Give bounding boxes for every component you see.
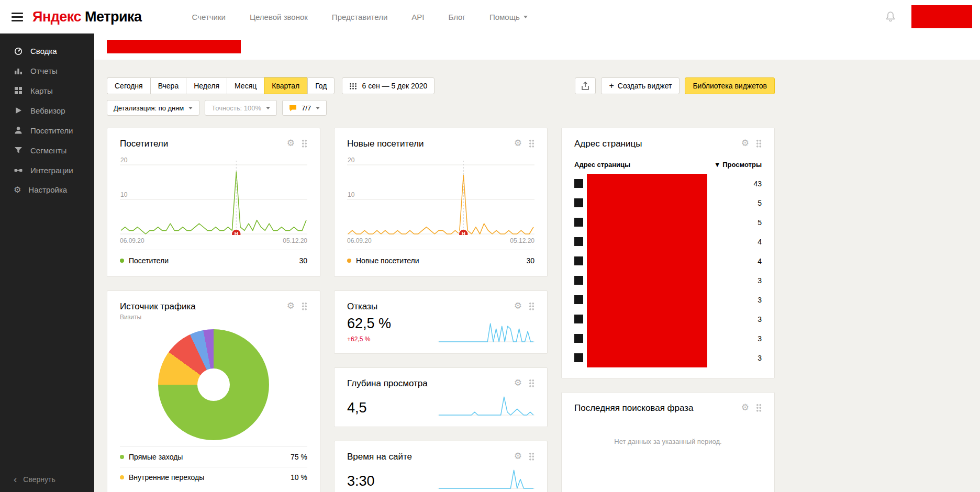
export-button[interactable] — [575, 77, 596, 94]
url-redacted[interactable] — [587, 309, 707, 329]
site-favicon — [574, 179, 583, 188]
account-block-redacted[interactable] — [911, 5, 972, 28]
widgets-column-1: Посетители ⚙ 1020Н 06.09.20 05.12.20 — [107, 128, 320, 492]
nav-blog[interactable]: Блог — [449, 13, 465, 21]
counter-title-redacted — [107, 40, 241, 53]
drag-handle-icon[interactable] — [529, 379, 534, 387]
legend-dot — [120, 455, 124, 459]
table-row: 3 — [574, 348, 762, 367]
drag-handle-icon[interactable] — [302, 302, 307, 310]
widget-title: Последняя поисковая фраза — [574, 403, 694, 413]
widget-bounces: Отказы ⚙ 62,5 % +62,5 % — [334, 290, 548, 354]
period-week-button[interactable]: Неделя — [186, 77, 227, 94]
sidebar-collapse-button[interactable]: ‹ Свернуть — [0, 475, 94, 484]
period-segmented-control: Сегодня Вчера Неделя Месяц Квартал Год — [107, 77, 335, 94]
column-header-url[interactable]: Адрес страницы — [574, 161, 630, 169]
widget-title: Глубина просмотра — [347, 378, 428, 389]
views-value: 5 — [758, 218, 762, 227]
legend-value: 75 % — [291, 453, 307, 461]
url-redacted[interactable] — [587, 348, 707, 367]
x-axis-start-label: 06.09.20 — [347, 237, 372, 244]
sidebar-item-integrations[interactable]: Интеграции — [0, 160, 94, 180]
gear-icon[interactable]: ⚙ — [514, 378, 522, 387]
period-yesterday-button[interactable]: Вчера — [150, 77, 186, 94]
create-widget-button[interactable]: + Создать виджет — [601, 77, 680, 94]
widget-library-button[interactable]: Библиотека виджетов — [685, 77, 775, 94]
toolbar-actions: + Создать виджет Библиотека виджетов — [575, 77, 775, 94]
sidebar-item-webvisor[interactable]: Вебвизор — [0, 100, 94, 120]
url-redacted[interactable] — [587, 213, 707, 232]
logo[interactable]: Яндекс Метрика — [32, 9, 142, 25]
widget-title: Отказы — [347, 301, 377, 312]
period-month-button[interactable]: Месяц — [227, 77, 264, 94]
gear-icon[interactable]: ⚙ — [741, 403, 749, 412]
nav-representatives[interactable]: Представители — [332, 13, 387, 21]
export-icon — [581, 82, 589, 91]
table-row: 43 — [574, 174, 762, 193]
drag-handle-icon[interactable] — [529, 302, 534, 310]
nav-target-call[interactable]: Целевой звонок — [250, 13, 308, 21]
site-favicon — [574, 353, 583, 362]
pie-legend-row: Прямые заходы 75 % — [120, 446, 307, 467]
column-header-views-sorted-desc[interactable]: ▼ Просмотры — [714, 161, 762, 169]
period-today-button[interactable]: Сегодня — [107, 77, 150, 94]
chevron-down-icon — [188, 107, 193, 109]
sidebar-item-segments[interactable]: Сегменты — [0, 140, 94, 160]
widget-title: Новые посетители — [347, 139, 424, 149]
url-redacted[interactable] — [587, 251, 707, 271]
logo-yandex: Яндекс — [32, 9, 81, 25]
bar-chart-icon — [14, 66, 23, 75]
new-visitors-line-chart: 1020Н — [347, 156, 534, 235]
drag-handle-icon[interactable] — [529, 139, 534, 148]
gear-icon[interactable]: ⚙ — [514, 452, 522, 461]
widgets-column-3: Адрес страницы ⚙ Адрес страницы ▼ Просмо… — [561, 128, 775, 492]
sidebar-item-reports[interactable]: Отчеты — [0, 61, 94, 81]
view-depth-value: 4,5 — [347, 399, 367, 416]
drag-handle-icon[interactable] — [756, 139, 762, 148]
sidebar-item-maps[interactable]: Карты — [0, 81, 94, 100]
chevron-left-icon: ‹ — [14, 476, 17, 483]
sidebar-item-summary[interactable]: Сводка — [0, 41, 94, 61]
gear-icon[interactable]: ⚙ — [287, 301, 295, 310]
gear-icon[interactable]: ⚙ — [514, 301, 522, 310]
gear-icon[interactable]: ⚙ — [287, 139, 295, 148]
widget-title: Время на сайте — [347, 452, 412, 462]
bell-icon[interactable] — [885, 11, 896, 23]
page-address-table: 43 5 5 — [574, 174, 762, 367]
svg-text:Н: Н — [462, 231, 465, 235]
logo-metrika: Метрика — [85, 9, 142, 25]
gear-icon[interactable]: ⚙ — [741, 139, 749, 148]
views-value: 3 — [758, 276, 762, 285]
top-bar-right — [885, 5, 980, 28]
legend-label: Внутренние переходы — [129, 473, 204, 482]
menu-icon[interactable] — [12, 10, 23, 24]
url-redacted[interactable] — [587, 193, 707, 213]
gear-icon[interactable]: ⚙ — [514, 139, 522, 148]
goals-dropdown[interactable]: 7/7 — [282, 100, 327, 116]
widget-time-on-site: Время на сайте ⚙ 3:30 — [334, 441, 548, 492]
drag-handle-icon[interactable] — [302, 139, 307, 148]
widget-new-visitors: Новые посетители ⚙ 1020Н 06.09.20 05.12.… — [334, 128, 548, 277]
url-redacted[interactable] — [587, 271, 707, 290]
widget-last-search-phrase: Последняя поисковая фраза ⚙ Нет данных з… — [561, 392, 775, 492]
nav-help[interactable]: Помощь — [489, 13, 528, 21]
maps-icon — [14, 86, 23, 95]
accuracy-dropdown[interactable]: Точность: 100% — [205, 100, 277, 116]
date-range-button[interactable]: 6 сен — 5 дек 2020 — [342, 77, 435, 94]
url-redacted[interactable] — [587, 290, 707, 309]
url-redacted[interactable] — [587, 329, 707, 348]
detail-dropdown[interactable]: Детализация: по дням — [107, 100, 199, 116]
sidebar-item-settings[interactable]: ⚙ Настройка — [0, 180, 94, 199]
nav-counters[interactable]: Счетчики — [192, 13, 226, 21]
period-quarter-button[interactable]: Квартал — [264, 77, 307, 94]
url-redacted[interactable] — [587, 174, 707, 193]
drag-handle-icon[interactable] — [756, 404, 762, 412]
period-year-button[interactable]: Год — [307, 77, 335, 94]
main-content: Сегодня Вчера Неделя Месяц Квартал Год 6… — [94, 33, 980, 492]
gear-icon: ⚙ — [14, 186, 21, 194]
drag-handle-icon[interactable] — [529, 452, 534, 461]
nav-api[interactable]: API — [411, 13, 424, 21]
calendar-icon — [349, 83, 357, 90]
sidebar-item-visitors[interactable]: Посетители — [0, 120, 94, 140]
url-redacted[interactable] — [587, 232, 707, 251]
